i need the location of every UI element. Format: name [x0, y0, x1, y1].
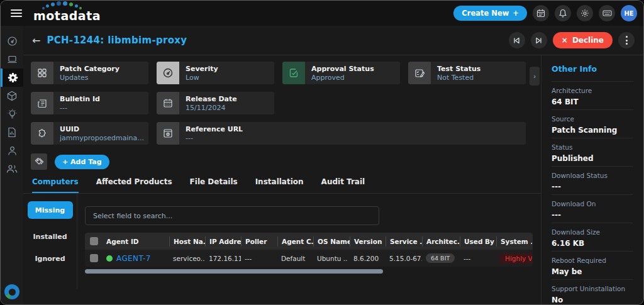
info-item-download-size: Download Size 6.16 KB [552, 223, 633, 252]
sidebar-item-endpoints[interactable] [1, 50, 23, 69]
computers-panel: Missing Installed Ignored Agent ID Host … [23, 194, 541, 305]
more-options-button[interactable] [618, 32, 635, 48]
user-avatar[interactable]: HE [621, 5, 637, 21]
calendar-icon [157, 92, 179, 114]
kebab-menu-icon [626, 36, 628, 45]
content-area: ← PCH-1244: libmbim-proxy [23, 26, 643, 304]
info-item-architecture: Architecture 64 BIT [552, 82, 633, 110]
select-all-checkbox[interactable] [90, 237, 98, 245]
col-version[interactable]: Version [350, 236, 386, 247]
tab-affected-products[interactable]: Affected Products [96, 177, 172, 193]
info-value: Published [552, 154, 633, 163]
skip-next-icon [535, 37, 542, 44]
tab-file-details[interactable]: File Details [190, 177, 238, 193]
card-label: Approval Status [311, 65, 374, 73]
cell-service-pack: 5.15.0-67.. [386, 253, 422, 263]
col-os-name[interactable]: OS Name [313, 236, 350, 247]
col-used-by[interactable]: Used By [460, 236, 496, 247]
card-label: Patch Category [60, 65, 119, 73]
info-value: --- [552, 211, 633, 219]
settings-button[interactable] [577, 5, 593, 21]
grid-icon [31, 62, 53, 84]
table-row[interactable]: AGENT-7 serviceo.. 172.16.11.1.. --- Def… [85, 250, 533, 267]
col-system-health[interactable]: System .. [496, 236, 532, 247]
sidebar-item-dashboard[interactable] [1, 32, 23, 50]
horizontal-scrollbar [85, 269, 533, 274]
logo-dots-arc [41, 1, 97, 9]
back-arrow-icon[interactable]: ← [32, 35, 40, 47]
keyboard-icon [602, 9, 612, 17]
create-new-button[interactable]: Create New + [453, 6, 527, 21]
main-column: Patch Category Updates Severi [23, 55, 541, 305]
card-approval-status: Approval Status Approved [282, 62, 400, 84]
cell-poller: --- [241, 253, 277, 263]
tags-icon [31, 153, 47, 170]
col-agent-category[interactable]: Agent C.. [277, 236, 313, 247]
col-agent-id[interactable]: Agent ID [103, 236, 169, 247]
card-value: jammyproposedmainamd64... [60, 134, 148, 142]
card-label: Reference URL [186, 125, 243, 133]
cell-ip-address: 172.16.11.1.. [205, 253, 241, 263]
dashboard-gauge-icon [7, 36, 18, 47]
tab-computers[interactable]: Computers [32, 177, 79, 193]
info-label: Download Size [552, 228, 633, 236]
cards-scroll-right-button[interactable]: › [530, 67, 540, 86]
shortcuts-button[interactable] [599, 5, 615, 21]
sidebar-item-user[interactable] [1, 141, 23, 160]
row-checkbox[interactable] [90, 254, 98, 262]
detail-tabs: Computers Affected Products File Details… [23, 177, 541, 194]
filter-missing[interactable]: Missing [28, 201, 73, 219]
cell-agent-category: Default [277, 253, 313, 263]
sidebar-item-packages[interactable] [1, 87, 23, 105]
motadata-logo: motadata [33, 1, 101, 26]
tab-installation[interactable]: Installation [255, 177, 304, 193]
col-architecture[interactable]: Architec.. [422, 236, 460, 247]
approval-check-icon [282, 62, 305, 84]
tab-audit-trail[interactable]: Audit Trail [321, 177, 365, 193]
sidebar-item-insights[interactable] [1, 105, 23, 123]
filter-ignored[interactable]: Ignored [35, 255, 65, 263]
info-item-reboot-required: Reboot Required May be [552, 252, 633, 280]
info-label: Status [552, 143, 633, 151]
info-label: Reboot Required [552, 257, 633, 264]
decline-button[interactable]: × Decline [553, 32, 613, 48]
col-service-pack[interactable]: Service .. [386, 236, 422, 247]
table-header-row: Agent ID Host Na.. IP Addre.. Poller Age… [85, 233, 533, 250]
lightbulb-icon [8, 109, 17, 119]
notifications-button[interactable] [555, 5, 571, 21]
sidebar-item-reports[interactable] [1, 123, 23, 141]
calendar-button[interactable] [533, 5, 549, 21]
page-title-bar: ← PCH-1244: libmbim-proxy [23, 26, 643, 55]
sidebar-item-user-groups[interactable] [1, 160, 23, 178]
card-label: Test Status [437, 65, 480, 73]
search-input[interactable] [85, 206, 379, 225]
horizontal-scrollbar-thumb[interactable] [85, 269, 383, 274]
info-label: Source [552, 115, 633, 123]
cell-version: 8.6.200 [350, 253, 386, 263]
card-patch-category: Patch Category Updates [31, 62, 148, 84]
hamburger-menu-icon[interactable] [11, 9, 22, 17]
patch-info-cards: Patch Category Updates Severi [23, 55, 541, 145]
col-ip-address[interactable]: IP Addre.. [205, 236, 241, 247]
app-window: motadata Create New + [0, 0, 644, 305]
info-value: May be [552, 267, 633, 276]
info-label: Download Status [552, 172, 633, 179]
link-window-icon [157, 122, 179, 145]
previous-record-button[interactable] [509, 32, 525, 48]
col-poller[interactable]: Poller [241, 236, 277, 247]
info-item-status: Status Published [552, 138, 633, 167]
bell-icon [558, 9, 567, 18]
sidebar-item-patch-management[interactable] [1, 69, 23, 87]
create-new-label: Create New [462, 9, 509, 18]
add-tag-button[interactable]: + Add Tag [55, 155, 109, 169]
col-host-name[interactable]: Host Na.. [169, 236, 205, 247]
card-value: 15/11/2024 [186, 104, 237, 112]
card-bulletin-id: Bulletin Id --- [31, 92, 148, 114]
next-record-button[interactable] [531, 32, 547, 48]
filter-installed[interactable]: Installed [33, 233, 67, 241]
info-item-source: Source Patch Scanning [552, 110, 633, 138]
card-value: --- [60, 104, 100, 112]
puzzle-icon [31, 122, 53, 145]
agent-id-link[interactable]: AGENT-7 [116, 254, 151, 263]
agent-online-dot [106, 255, 113, 262]
